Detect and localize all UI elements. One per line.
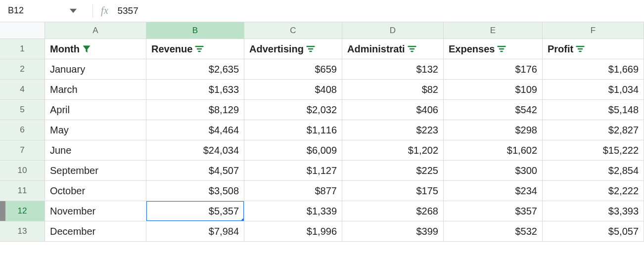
cell-C7[interactable]: $6,009 — [244, 140, 342, 161]
cell-C11[interactable]: $877 — [244, 181, 342, 201]
name-box-dropdown-icon[interactable] — [70, 7, 83, 14]
cell-F5[interactable]: $5,148 — [543, 100, 644, 120]
cell-B6[interactable]: $4,464 — [146, 120, 244, 140]
filter-icon[interactable] — [497, 44, 506, 54]
cell-D4[interactable]: $82 — [342, 80, 444, 100]
cell-E2[interactable]: $176 — [444, 59, 543, 80]
cell-C2[interactable]: $659 — [244, 59, 342, 80]
row-header[interactable]: 11 — [0, 181, 45, 201]
row-header[interactable]: 1 — [0, 39, 45, 59]
column-header-B[interactable]: B — [146, 22, 244, 39]
cell-A6[interactable]: May — [45, 120, 146, 140]
cell-A10[interactable]: September — [45, 161, 146, 181]
table-row: 5April$8,129$2,032$406$542$5,148 — [0, 100, 644, 120]
cell-B10[interactable]: $4,507 — [146, 161, 244, 181]
cell-F13[interactable]: $5,057 — [543, 221, 644, 242]
row-header[interactable]: 4 — [0, 80, 45, 100]
filter-icon[interactable] — [575, 44, 585, 54]
column-headers-row: ABCDEF — [0, 22, 644, 39]
cell-B12[interactable]: $5,357 — [146, 201, 244, 221]
row-header[interactable]: 13 — [0, 221, 45, 242]
header-label: Expenses — [449, 43, 495, 55]
row-header[interactable]: 5 — [0, 100, 45, 120]
header-cell-administrati[interactable]: Administrati — [342, 39, 444, 59]
header-label: Administrati — [347, 43, 405, 55]
column-header-C[interactable]: C — [244, 22, 342, 39]
cell-B7[interactable]: $24,034 — [146, 140, 244, 161]
cell-B11[interactable]: $3,508 — [146, 181, 244, 201]
cell-B4[interactable]: $1,633 — [146, 80, 244, 100]
cell-E7[interactable]: $1,602 — [444, 140, 543, 161]
table-row: 2January$2,635$659$132$176$1,669 — [0, 59, 644, 80]
filter-icon[interactable] — [194, 44, 204, 54]
fx-label: fx — [101, 5, 108, 16]
cell-B13[interactable]: $7,984 — [146, 221, 244, 242]
header-cell-advertising[interactable]: Advertising — [244, 39, 342, 59]
cell-A5[interactable]: April — [45, 100, 146, 120]
cell-D6[interactable]: $223 — [342, 120, 444, 140]
cell-F4[interactable]: $1,034 — [543, 80, 644, 100]
table-row: 11October$3,508$877$175$234$2,222 — [0, 181, 644, 201]
column-header-F[interactable]: F — [543, 22, 644, 39]
table-row: 13December$7,984$1,996$399$532$5,057 — [0, 221, 644, 242]
cell-E12[interactable]: $357 — [444, 201, 543, 221]
filter-active-icon[interactable] — [82, 44, 92, 54]
filter-icon[interactable] — [306, 44, 316, 54]
cell-E10[interactable]: $300 — [444, 161, 543, 181]
cell-D13[interactable]: $399 — [342, 221, 444, 242]
row-header[interactable]: 12 — [0, 201, 45, 221]
cell-E6[interactable]: $298 — [444, 120, 543, 140]
formula-input[interactable]: 5357 — [117, 5, 644, 16]
cell-F10[interactable]: $2,854 — [543, 161, 644, 181]
cell-A11[interactable]: October — [45, 181, 146, 201]
cell-F11[interactable]: $2,222 — [543, 181, 644, 201]
cell-E13[interactable]: $532 — [444, 221, 543, 242]
row-header[interactable]: 7 — [0, 140, 45, 161]
cell-A13[interactable]: December — [45, 221, 146, 242]
cell-A7[interactable]: June — [45, 140, 146, 161]
cell-C13[interactable]: $1,996 — [244, 221, 342, 242]
row-header[interactable]: 2 — [0, 59, 45, 80]
rows-container: 1MonthRevenueAdvertisingAdministratiExpe… — [0, 39, 644, 242]
name-box[interactable]: B12 — [3, 0, 85, 21]
cell-D10[interactable]: $225 — [342, 161, 444, 181]
row-header[interactable]: 6 — [0, 120, 45, 140]
cell-B5[interactable]: $8,129 — [146, 100, 244, 120]
cell-F2[interactable]: $1,669 — [543, 59, 644, 80]
header-cell-revenue[interactable]: Revenue — [146, 39, 244, 59]
formula-bar: B12 fx 5357 — [0, 0, 644, 22]
cell-D5[interactable]: $406 — [342, 100, 444, 120]
cell-D11[interactable]: $175 — [342, 181, 444, 201]
cell-E4[interactable]: $109 — [444, 80, 543, 100]
header-cell-profit[interactable]: Profit — [543, 39, 644, 59]
cell-C5[interactable]: $2,032 — [244, 100, 342, 120]
cell-D7[interactable]: $1,202 — [342, 140, 444, 161]
cell-E5[interactable]: $542 — [444, 100, 543, 120]
column-header-A[interactable]: A — [45, 22, 146, 39]
cell-A12[interactable]: November — [45, 201, 146, 221]
cell-A2[interactable]: January — [45, 59, 146, 80]
table-header-row: 1MonthRevenueAdvertisingAdministratiExpe… — [0, 39, 644, 59]
cell-C12[interactable]: $1,339 — [244, 201, 342, 221]
cell-D12[interactable]: $268 — [342, 201, 444, 221]
header-label: Month — [50, 43, 80, 55]
cell-C6[interactable]: $1,116 — [244, 120, 342, 140]
filter-icon[interactable] — [407, 44, 417, 54]
cell-F7[interactable]: $15,222 — [543, 140, 644, 161]
cell-C10[interactable]: $1,127 — [244, 161, 342, 181]
cell-E11[interactable]: $234 — [444, 181, 543, 201]
select-all-corner[interactable] — [0, 22, 45, 39]
table-row: 4March$1,633$408$82$109$1,034 — [0, 80, 644, 100]
cell-D2[interactable]: $132 — [342, 59, 444, 80]
header-cell-expenses[interactable]: Expenses — [444, 39, 543, 59]
cell-B2[interactable]: $2,635 — [146, 59, 244, 80]
header-cell-month[interactable]: Month — [45, 39, 146, 59]
cell-F6[interactable]: $2,827 — [543, 120, 644, 140]
cell-F12[interactable]: $3,393 — [543, 201, 644, 221]
cell-C4[interactable]: $408 — [244, 80, 342, 100]
cell-A4[interactable]: March — [45, 80, 146, 100]
column-header-E[interactable]: E — [444, 22, 543, 39]
header-label: Revenue — [151, 43, 192, 55]
column-header-D[interactable]: D — [342, 22, 444, 39]
row-header[interactable]: 10 — [0, 161, 45, 181]
